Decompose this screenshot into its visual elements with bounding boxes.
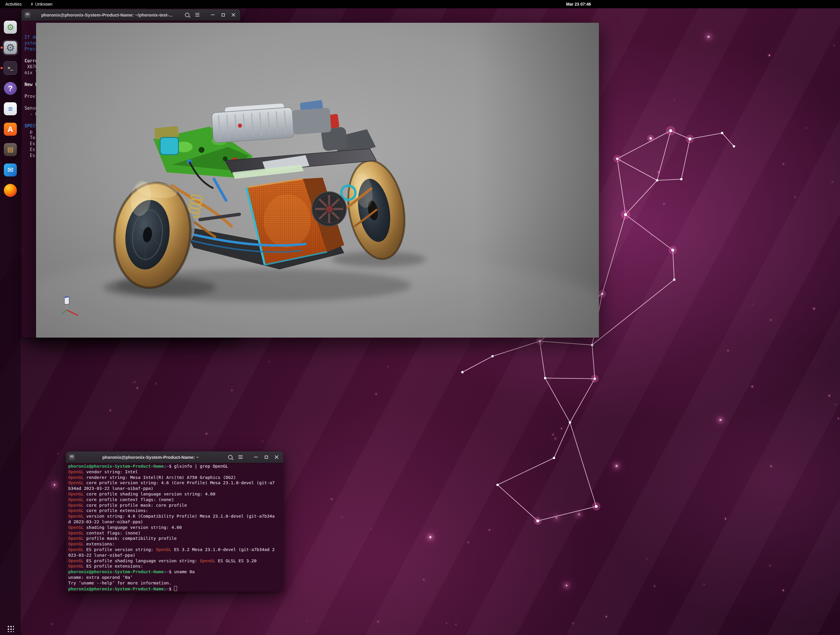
- dock-item-terminal[interactable]: >_: [3, 60, 18, 76]
- terminal-line: OpenGL vendor string: Intel: [68, 469, 281, 475]
- close-button[interactable]: ×: [273, 453, 280, 461]
- terminal-line: OpenGL core profile context flags: (none…: [68, 497, 281, 502]
- show-applications-button[interactable]: [7, 625, 14, 632]
- terminal-line: phoronix@phoronix-System-Product-Name:~$: [68, 586, 281, 592]
- firefox-icon: [4, 184, 17, 197]
- terminal-line: phoronix@phoronix-System-Product-Name:~$…: [68, 569, 281, 575]
- terminal-line: OpenGL ES profile version string: OpenGL…: [68, 547, 281, 553]
- terminal-icon: >_: [3, 61, 17, 75]
- terminal-bottom-output: phoronix@phoronix-System-Product-Name:~$…: [66, 463, 283, 592]
- terminal-bottom-window[interactable]: phoronix@phoronix-System-Product-Name: ~…: [66, 451, 283, 592]
- benchmark-viewport-window[interactable]: [36, 23, 599, 337]
- top-bar: Activities Unknown Mar 23 07:46: [0, 0, 840, 8]
- terminal-line: d 2023-03-22 lunar-oibaf-ppa): [68, 519, 281, 525]
- search-icon[interactable]: [226, 453, 234, 461]
- dock-item-mail[interactable]: ✉: [3, 162, 18, 178]
- power-profile-label: Unknown: [35, 2, 52, 6]
- terminal-line: OpenGL context flags: (none): [68, 530, 281, 536]
- dock-item-archive[interactable]: ▤: [3, 142, 18, 157]
- activities-button[interactable]: Activities: [0, 0, 27, 8]
- cooling-fan: [312, 192, 346, 226]
- terminal-line: OpenGL extensions:: [68, 541, 281, 547]
- terminal-line: uname: extra operand ‘0a’: [68, 575, 281, 580]
- dock-item-software[interactable]: A: [3, 122, 18, 137]
- menu-icon[interactable]: [194, 11, 201, 19]
- terminal-app-icon: [25, 12, 30, 18]
- terminal-line: 023-03-22 lunar-oibaf-ppa): [68, 553, 281, 558]
- clock[interactable]: Mar 23 07:46: [566, 0, 591, 8]
- maximize-button[interactable]: [219, 11, 227, 19]
- utility-icon: ⚙: [4, 21, 17, 34]
- settings-icon: ⚙: [4, 41, 17, 54]
- terminal-line: OpenGL ES profile extensions:: [68, 564, 281, 569]
- dock-item-settings[interactable]: ⚙: [3, 40, 18, 55]
- car-render: [36, 23, 599, 337]
- writer-icon: ≡: [4, 102, 17, 115]
- dock-item-writer[interactable]: ≡: [3, 101, 18, 117]
- dock: ⚙⚙>_?≡A▤✉: [0, 8, 21, 635]
- terminal-line: OpenGL profile mask: compatibility profi…: [68, 536, 281, 541]
- terminal-line: b34ad 2023-03-22 lunar-oibaf-ppa): [68, 486, 281, 491]
- terminal-top-title: phoronix@phoronix-System-Product-Name: ~…: [33, 13, 180, 17]
- dock-item-utility[interactable]: ⚙: [3, 19, 18, 35]
- terminal-bottom-title: phoronix@phoronix-System-Product-Name: ~: [77, 454, 224, 460]
- terminal-line: OpenGL ES profile shading language versi…: [68, 558, 281, 564]
- terminal-line: OpenGL core profile version string: 4.6 …: [68, 480, 281, 486]
- dock-item-firefox[interactable]: [3, 183, 18, 198]
- desktop: ⚙⚙>_?≡A▤✉ phoronix@phoronix-System-Produ…: [0, 0, 840, 635]
- maximize-button[interactable]: [262, 453, 270, 461]
- software-icon: A: [4, 123, 17, 136]
- terminal-line: OpenGL renderer string: Mesa Intel(R) Ar…: [68, 475, 281, 480]
- terminal-line: OpenGL version string: 4.6 (Compatibilit…: [68, 513, 281, 519]
- minimize-button[interactable]: [252, 453, 260, 461]
- minimize-button[interactable]: [209, 11, 216, 19]
- mail-icon: ✉: [4, 163, 17, 176]
- search-icon[interactable]: [183, 11, 191, 19]
- terminal-line: Try ‘uname --help’ for more information.: [68, 580, 281, 586]
- terminal-line: OpenGL core profile shading language ver…: [68, 491, 281, 497]
- terminal-app-icon: [69, 454, 75, 460]
- power-profile-indicator[interactable]: Unknown: [27, 0, 56, 8]
- help-icon: ?: [4, 82, 17, 95]
- terminal-line: OpenGL core profile extensions:: [68, 508, 281, 513]
- terminal-line: OpenGL core profile profile mask: core p…: [68, 502, 281, 508]
- power-bolt-icon: [30, 2, 33, 6]
- menu-icon[interactable]: [237, 453, 244, 461]
- dock-item-help[interactable]: ?: [3, 81, 18, 96]
- archive-icon: ▤: [4, 143, 17, 156]
- terminal-top-titlebar: phoronix@phoronix-System-Product-Name: ~…: [22, 9, 240, 21]
- terminal-bottom-titlebar: phoronix@phoronix-System-Product-Name: ~…: [66, 451, 283, 463]
- close-button[interactable]: ×: [230, 11, 237, 19]
- terminal-line: OpenGL shading language version string: …: [68, 525, 281, 530]
- terminal-line: phoronix@phoronix-System-Product-Name:~$…: [68, 464, 281, 469]
